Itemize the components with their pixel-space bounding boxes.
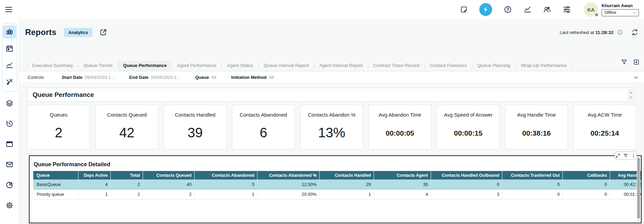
col-callbacks[interactable]: Callbacks <box>563 171 610 179</box>
filter-icon[interactable] <box>623 153 628 158</box>
sidebar-item-layers[interactable] <box>3 97 16 110</box>
queue-performance-detailed-widget: Queue Performance Detailed Queue Days Ac… <box>29 155 642 223</box>
line-chart-icon <box>5 61 14 69</box>
widget-toolbar <box>614 152 637 160</box>
sidebar-item-mail[interactable] <box>3 158 16 171</box>
sliders-icon[interactable] <box>563 5 571 14</box>
kpi-card-contacts-abandoned: Contacts Abandoned 6 <box>232 105 295 150</box>
expand-icon[interactable] <box>615 153 620 158</box>
widget-title: Queue Performance Detailed <box>34 161 641 168</box>
tab-wrap-up-performance[interactable]: Wrap-Up Performance <box>516 61 572 71</box>
help-icon[interactable] <box>504 5 512 14</box>
hamburger-menu-icon[interactable] <box>4 5 13 14</box>
col-contacts-handled[interactable]: Contacts Handled <box>320 171 374 179</box>
user-block: KA Khurram Awan Offline <box>584 2 639 17</box>
filter-start-date[interactable]: Start Date 09/04/2023 1... <box>61 75 114 80</box>
avatar[interactable]: KA <box>584 2 598 17</box>
filter-queue[interactable]: Queue All <box>195 75 216 80</box>
tab-queue-performance[interactable]: Queue Performance <box>118 61 172 71</box>
external-link-icon[interactable] <box>99 28 107 36</box>
document-icon[interactable] <box>460 5 468 14</box>
col-contacts-agent[interactable]: Contacts Agent <box>374 171 431 179</box>
queue-performance-table: Queue Days Active Total Contacts Queued … <box>33 171 642 200</box>
kpi-card-queues: Queues 2 <box>27 105 90 150</box>
user-name: Khurram Awan <box>602 3 639 8</box>
tab-agent-performance[interactable]: Agent Performance <box>172 61 221 71</box>
col-contacts-queued[interactable]: Contacts Queued <box>143 171 195 179</box>
page-title: Reports <box>25 28 56 37</box>
table-row-basicqueue[interactable]: BasicQueue 4 2 40 5 12.50% 29 35 0 0 0 0… <box>33 179 642 189</box>
col-contacts-abandoned-pct[interactable]: Contacts Abandoned % <box>257 171 320 179</box>
tab-queue-planning[interactable]: Queue Planning <box>472 61 516 71</box>
col-contacts-abandoned[interactable]: Contacts Abandoned <box>195 171 257 179</box>
sidebar-item-metrics[interactable] <box>3 58 16 72</box>
section-title: Queue Performance <box>33 91 94 99</box>
sidebar-group <box>2 23 17 92</box>
line-chart-icon[interactable] <box>523 5 532 14</box>
tab-contact-forensics[interactable]: Contact Forensics <box>425 61 472 71</box>
design-brush-icon <box>5 78 14 86</box>
kpi-card-avg-speed-of-answer: Avg Speed of Answer 00:00:15 <box>437 105 500 150</box>
sidebar-item-window[interactable] <box>3 137 16 151</box>
sidebar-loose-items <box>2 97 17 212</box>
kpi-card-avg-abandon-time: Avg Abandon Time 00:00:05 <box>369 105 431 150</box>
sidebar-item-history[interactable] <box>3 117 16 131</box>
filter-initiation-method[interactable]: Initiation Method All <box>231 75 274 80</box>
kpi-card-contacts-queued: Contacts Queued 42 <box>95 105 158 150</box>
tab-executive-summary[interactable]: Executive Summary <box>27 61 78 71</box>
kpi-card-avg-acw-time: Avg ACW Time 00:25:14 <box>573 105 636 150</box>
tab-agent-status[interactable]: Agent Status <box>222 61 258 71</box>
controls-bar: Controls Start Date 09/04/2023 1... End … <box>19 72 644 83</box>
sidebar-item-pie-chart[interactable] <box>3 178 16 192</box>
refresh-icon[interactable] <box>631 29 639 36</box>
page-header: Reports Analytics Last refreshed at 11:2… <box>25 25 639 39</box>
history-icon <box>5 120 14 128</box>
last-refreshed-time: 11:28:32 <box>595 30 613 35</box>
controls-collapse-chevron-icon[interactable] <box>633 75 639 80</box>
window-icon <box>5 140 14 148</box>
col-total[interactable]: Total <box>111 171 143 179</box>
tab-queue-interval-report[interactable]: Queue Interval Report <box>259 61 314 71</box>
info-icon[interactable] <box>617 29 623 35</box>
status-select[interactable]: Offline <box>602 9 639 16</box>
kpi-cards: Queues 2 Contacts Queued 42 Contacts Han… <box>27 105 636 150</box>
section-stepper[interactable]: ▲▼ <box>628 90 633 100</box>
filter-end-date[interactable]: End Date 15/04/2023 1... <box>129 75 180 80</box>
table-scrollbar[interactable] <box>637 157 640 222</box>
col-contacts-handled-outbound[interactable]: Contacts Handled Outbound <box>431 171 502 179</box>
controls-label[interactable]: Controls <box>28 75 44 80</box>
layers-icon <box>5 99 14 107</box>
mail-icon <box>5 160 14 169</box>
status-select-value: Offline <box>605 10 616 15</box>
bar-chart-icon <box>5 28 14 36</box>
sidebar-item-settings[interactable] <box>3 199 16 212</box>
topbar: KA Khurram Awan Offline <box>0 0 644 19</box>
sidebar-item-calendar[interactable] <box>3 42 16 55</box>
page: { "topbar": { "icons": ["document-icon",… <box>0 0 644 224</box>
col-days-active[interactable]: Days Active <box>78 171 111 179</box>
col-queue[interactable]: Queue <box>33 171 78 179</box>
pie-chart-icon <box>5 181 14 189</box>
lightning-icon[interactable] <box>479 3 492 16</box>
kpi-card-contacts-handled: Contacts Handled 39 <box>164 105 227 150</box>
last-refreshed-label: Last refreshed at <box>560 30 594 35</box>
topbar-actions: KA Khurram Awan Offline <box>460 0 639 19</box>
tab-queue-trends[interactable]: Queue Trends <box>78 61 118 71</box>
table-scrollbar-thumb[interactable] <box>637 158 640 219</box>
chevron-down-icon <box>633 11 637 15</box>
avatar-initials: KA <box>587 7 595 13</box>
main-content: Reports Analytics Last refreshed at 11:2… <box>19 19 644 224</box>
section-header: Queue Performance ▲▼ <box>27 88 636 102</box>
report-tabs: Executive Summary Queue Trends Queue Per… <box>19 61 644 71</box>
tab-contract-trace-record[interactable]: Contract Trace Record <box>368 61 425 71</box>
table-row-priority-queue[interactable]: Priority queue 1 2 2 1 20.00% 1 4 3 0 0 … <box>33 189 642 199</box>
kpi-card-contacts-abandon-pct: Contacts Abandon % 13% <box>300 105 363 150</box>
kebab-menu-icon[interactable] <box>631 153 636 158</box>
col-contacts-tranferred-out[interactable]: Contacts Tranferred Out <box>502 171 563 179</box>
refresh-area: Last refreshed at 11:28:32 <box>560 29 639 36</box>
agents-icon[interactable] <box>543 5 551 14</box>
sidebar-item-design[interactable] <box>3 75 16 89</box>
calendar-icon <box>5 45 14 53</box>
tab-agent-interval-report[interactable]: Agent Interval Report <box>314 61 368 71</box>
sidebar-item-reports[interactable] <box>3 25 16 39</box>
